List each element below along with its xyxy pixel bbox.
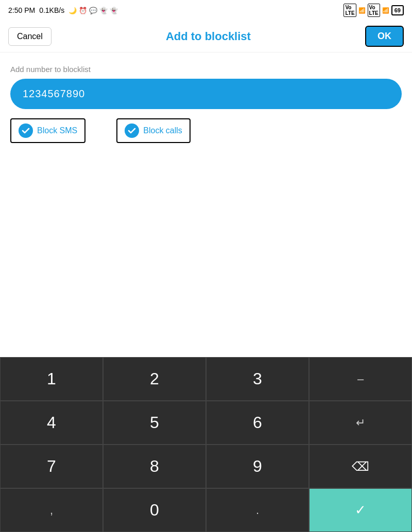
block-sms-checkbox[interactable]: Block SMS <box>10 118 85 143</box>
key-dot[interactable]: . <box>206 488 309 532</box>
snapchat-icon2: 👻 <box>110 7 118 14</box>
checkbox-row: Block SMS Block calls <box>10 118 402 143</box>
number-input-display[interactable]: 1234567890 <box>10 79 402 109</box>
top-bar: Cancel Add to blocklist OK <box>0 21 412 52</box>
key-row-2: 4 5 6 ↵ <box>0 401 412 445</box>
key-return[interactable]: ↵ <box>309 401 412 445</box>
key-comma[interactable]: , <box>0 488 103 532</box>
key-4[interactable]: 4 <box>0 401 103 445</box>
input-label: Add number to blocklist <box>10 65 402 74</box>
keyboard: 1 2 3 – 4 5 6 ↵ 7 8 9 ⌫ , 0 . ✓ <box>0 357 412 532</box>
signal2-icon: 📶 <box>382 7 389 14</box>
key-minus[interactable]: – <box>309 357 412 401</box>
key-7[interactable]: 7 <box>0 445 103 488</box>
whatsapp-icon: 💬 <box>89 7 97 14</box>
block-sms-check-icon <box>19 123 33 138</box>
status-left: 2:50 PM 0.1KB/s 🌙 ⏰ 💬 👻 👻 <box>8 6 118 14</box>
key-8[interactable]: 8 <box>103 445 206 488</box>
key-row-3: 7 8 9 ⌫ <box>0 445 412 488</box>
volte-label: VoLTE <box>344 4 356 17</box>
page-title: Add to blocklist <box>166 30 251 43</box>
time-label: 2:50 PM <box>8 6 35 14</box>
key-backspace[interactable]: ⌫ <box>309 445 412 488</box>
signal1-icon: 📶 <box>358 7 366 14</box>
key-9[interactable]: 9 <box>206 445 309 488</box>
block-calls-checkbox[interactable]: Block calls <box>116 118 191 143</box>
moon-icon: 🌙 <box>68 7 77 14</box>
content-area: Add number to blocklist 1234567890 Block… <box>0 52 412 151</box>
key-5[interactable]: 5 <box>103 401 206 445</box>
block-sms-label: Block SMS <box>37 126 77 135</box>
status-bar: 2:50 PM 0.1KB/s 🌙 ⏰ 💬 👻 👻 VoLTE 📶 VoLTE … <box>0 0 412 21</box>
key-2[interactable]: 2 <box>103 357 206 401</box>
spacer <box>0 151 412 234</box>
speed-label: 0.1KB/s <box>39 6 64 14</box>
key-3[interactable]: 3 <box>206 357 309 401</box>
key-1[interactable]: 1 <box>0 357 103 401</box>
key-6[interactable]: 6 <box>206 401 309 445</box>
battery-label: 69 <box>391 5 404 15</box>
volte2-label: VoLTE <box>368 4 380 17</box>
status-right: VoLTE 📶 VoLTE 📶 69 <box>344 4 404 17</box>
key-row-1: 1 2 3 – <box>0 357 412 401</box>
alarm-icon: ⏰ <box>79 7 87 14</box>
snapchat-icon1: 👻 <box>99 7 108 14</box>
block-calls-check-icon <box>125 123 139 138</box>
cancel-button[interactable]: Cancel <box>8 27 52 46</box>
key-confirm[interactable]: ✓ <box>309 488 412 532</box>
block-calls-label: Block calls <box>143 126 182 135</box>
status-icons: 🌙 ⏰ 💬 👻 👻 <box>68 7 118 14</box>
ok-button[interactable]: OK <box>365 26 404 47</box>
key-row-4: , 0 . ✓ <box>0 488 412 532</box>
key-0[interactable]: 0 <box>103 488 206 532</box>
